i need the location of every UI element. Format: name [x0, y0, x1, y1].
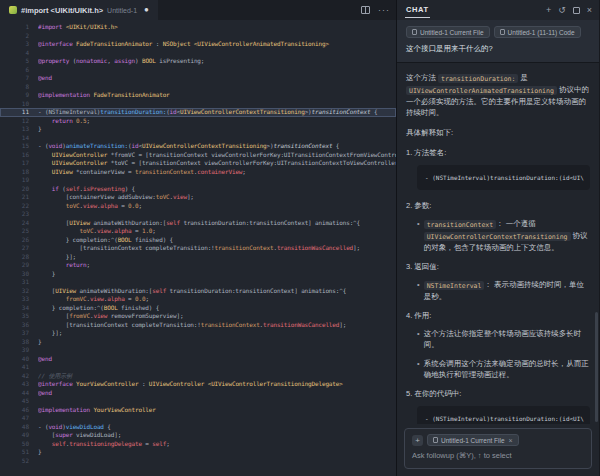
text-run: 3. 返回值:	[406, 262, 439, 271]
input-context-pill[interactable]: Untitled-1 Current File ×	[427, 434, 519, 446]
code-line[interactable]: 28 }];	[0, 253, 396, 262]
line-number: 40	[0, 355, 38, 364]
code-line[interactable]: 50 self.transitioningDelegate = self;	[0, 440, 396, 449]
code-line[interactable]: 44@end	[0, 389, 396, 398]
editor-actions: ···	[361, 0, 390, 20]
code-line[interactable]: 41	[0, 363, 396, 372]
code-line[interactable]: 52	[0, 457, 396, 466]
code-text: [super viewDidLoad];	[38, 431, 396, 440]
bullet-item: •NSTimeInterval： 表示动画持续的时间，单位是秒。	[417, 279, 590, 302]
code-line[interactable]: 17 UIViewController *toVC = [transitionC…	[0, 159, 396, 168]
history-icon[interactable]: ↺	[558, 6, 566, 15]
code-line[interactable]: 14	[0, 134, 396, 143]
code-line[interactable]: 37 }];	[0, 329, 396, 338]
code-text: @end	[38, 389, 396, 398]
more-actions-icon[interactable]: ···	[378, 5, 390, 15]
code-line[interactable]: 3@interface FadeTransitionAnimator : NSO…	[0, 40, 396, 49]
code-line[interactable]: 49 [super viewDidLoad];	[0, 431, 396, 440]
code-line[interactable]: 21 [containerView addSubview:toVC.view];	[0, 193, 396, 202]
context-pill[interactable]: Untitled-1 Current File	[406, 26, 490, 38]
code-line[interactable]: 19	[0, 176, 396, 185]
code-line[interactable]: 12 return 0.5;	[0, 117, 396, 126]
code-line[interactable]: 29 return;	[0, 261, 396, 270]
code-line[interactable]: 38}	[0, 338, 396, 347]
code-line[interactable]: 15- (void)animateTransition:(id<UIViewCo…	[0, 142, 396, 151]
chat-tab-title[interactable]: CHAT	[405, 2, 430, 18]
code-line[interactable]: 11- (NSTimeInterval)transitionDuration:(…	[0, 108, 396, 117]
code-line[interactable]: 1#import <UIKit/UIKit.h>	[0, 23, 396, 32]
code-line[interactable]: 23	[0, 210, 396, 219]
open-in-editor-icon[interactable]	[573, 7, 580, 14]
code-line[interactable]: 26 } completion:^(BOOL finished) {	[0, 236, 396, 245]
code-line[interactable]: 13}	[0, 125, 396, 134]
inline-code: NSTimeInterval	[424, 281, 485, 290]
code-line[interactable]: 25 toVC.view.alpha = 1.0;	[0, 227, 396, 236]
code-line[interactable]: 46@implementation YourViewController	[0, 406, 396, 415]
code-line[interactable]: 8	[0, 83, 396, 92]
text-run: 具体解释如下:	[406, 128, 453, 137]
list-header: 3. 返回值:	[406, 261, 590, 272]
code-line[interactable]: 9@implementation FadeTransitionAnimator	[0, 91, 396, 100]
code-text: // 使用示例	[38, 372, 396, 381]
code-line[interactable]: 16 UIViewController *fromVC = [transitio…	[0, 151, 396, 160]
code-text: return;	[38, 261, 396, 270]
context-pill[interactable]: Untitled-1 (11-11) Code	[494, 26, 581, 38]
code-line[interactable]: 31	[0, 278, 396, 287]
text-run: 是	[518, 73, 528, 82]
code-line[interactable]: 27 [transitionContext completeTransition…	[0, 244, 396, 253]
code-line[interactable]: 39	[0, 346, 396, 355]
chat-scrollbar[interactable]	[595, 312, 598, 422]
code-line[interactable]: 34 } completion:^(BOOL finished) {	[0, 304, 396, 313]
code-line[interactable]: 33 fromVC.view.alpha = 0.0;	[0, 295, 396, 304]
code-text: }	[38, 338, 396, 347]
code-line[interactable]: 48- (void)viewDidLoad {	[0, 423, 396, 432]
line-number: 15	[0, 142, 38, 151]
close-chat-icon[interactable]: ×	[587, 6, 592, 15]
code-line[interactable]: 7@end	[0, 74, 396, 83]
code-line[interactable]: 2	[0, 32, 396, 41]
unsaved-dot-icon[interactable]: ●	[144, 6, 149, 14]
chat-message-list[interactable]: Untitled-1 Current FileUntitled-1 (11-11…	[397, 20, 599, 424]
line-number: 19	[0, 176, 38, 185]
code-editor[interactable]: 1#import <UIKit/UIKit.h>23@interface Fad…	[0, 20, 396, 476]
code-text: }];	[38, 329, 396, 338]
line-number: 51	[0, 448, 38, 457]
assistant-paragraph: 具体解释如下:	[406, 127, 590, 138]
code-line[interactable]: 32 [UIView animateWithDuration:[self tra…	[0, 287, 396, 296]
code-line[interactable]: 24 [UIView animateWithDuration:[self tra…	[0, 219, 396, 228]
code-line[interactable]: 47	[0, 414, 396, 423]
code-text	[38, 32, 396, 41]
code-text: UIViewController *toVC = [transitionCont…	[38, 159, 396, 168]
code-line[interactable]: 22 toVC.view.alpha = 0.0;	[0, 202, 396, 211]
line-number: 11	[0, 108, 38, 117]
code-text: if (self.isPresenting) {	[38, 185, 396, 194]
code-line[interactable]: 51}	[0, 448, 396, 457]
code-line[interactable]: 40@end	[0, 355, 396, 364]
code-text	[38, 363, 396, 372]
code-line[interactable]: 36 [transitionContext completeTransition…	[0, 321, 396, 330]
code-line[interactable]: 20 if (self.isPresenting) {	[0, 185, 396, 194]
new-chat-icon[interactable]: +	[546, 6, 551, 15]
code-line[interactable]: 43@interface YourViewController : UIView…	[0, 380, 396, 389]
code-line[interactable]: 18 UIView *containerView = transitionCon…	[0, 168, 396, 177]
line-number: 52	[0, 457, 38, 466]
code-line[interactable]: 30 }	[0, 270, 396, 279]
code-line[interactable]: 42// 使用示例	[0, 372, 396, 381]
chat-input-box[interactable]: + Untitled-1 Current File × Ask followup…	[404, 428, 592, 469]
code-line[interactable]: 6	[0, 66, 396, 75]
line-number: 21	[0, 193, 38, 202]
assistant-paragraph: 这个方法 transitionDuration: 是 UIViewControl…	[406, 72, 590, 118]
editor-tab-untitled-1[interactable]: #import <UIKit/UIKit.h> Untitled-1 ●	[0, 0, 158, 20]
add-context-button[interactable]: +	[412, 435, 423, 446]
code-line[interactable]: 35 [fromVC.view removeFromSuperview];	[0, 312, 396, 321]
chat-input-placeholder[interactable]: Ask followup (⌘Y), ↑ to select	[412, 451, 584, 460]
code-line[interactable]: 5@property (nonatomic, assign) BOOL isPr…	[0, 57, 396, 66]
code-line[interactable]: 10	[0, 100, 396, 109]
code-line[interactable]: 45	[0, 397, 396, 406]
split-editor-icon[interactable]	[361, 6, 370, 14]
line-number: 6	[0, 66, 38, 75]
code-block: - (NSTimeInterval)transitionDuration:(id…	[417, 406, 590, 424]
code-text: [transitionContext completeTransition:!t…	[38, 244, 396, 253]
remove-context-icon[interactable]: ×	[509, 437, 513, 444]
code-line[interactable]: 4	[0, 49, 396, 58]
